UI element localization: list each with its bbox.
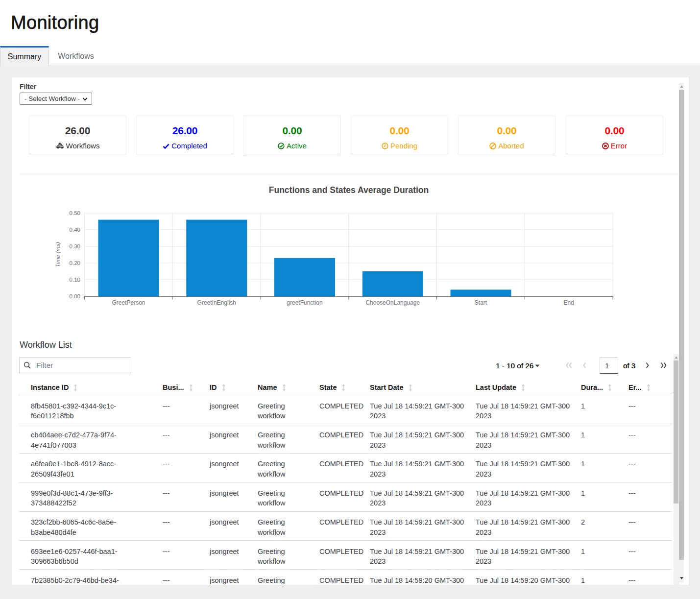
svg-text:GreetPerson: GreetPerson (112, 299, 145, 306)
svg-text:greetFunction: greetFunction (287, 299, 322, 306)
svg-text:0.40: 0.40 (70, 227, 80, 233)
svg-text:ChooseOnLanguage: ChooseOnLanguage (365, 299, 420, 306)
svg-text:Time (ms): Time (ms) (55, 242, 61, 267)
svg-text:End: End (564, 299, 574, 306)
svg-text:GreetInEnglish: GreetInEnglish (197, 299, 236, 306)
svg-text:0.50: 0.50 (70, 210, 80, 216)
svg-text:0.10: 0.10 (70, 277, 80, 283)
svg-text:0.00: 0.00 (70, 293, 80, 299)
svg-text:0.30: 0.30 (70, 243, 80, 249)
svg-text:0.20: 0.20 (70, 260, 80, 266)
svg-text:Start: Start (475, 299, 487, 306)
